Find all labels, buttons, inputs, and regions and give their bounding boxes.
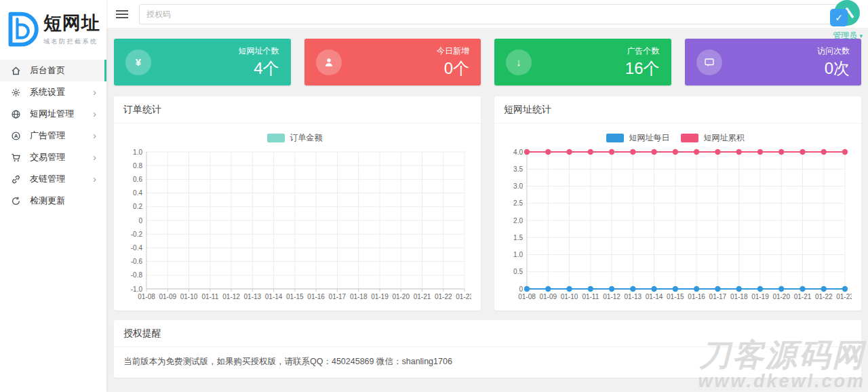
- legend-swatch[interactable]: [267, 134, 285, 142]
- auth-code-input[interactable]: [139, 4, 852, 24]
- logo-d-icon: [5, 11, 39, 49]
- shorturl-stats-panel: 短网址统计 短网址每日短网址累积 01-0801-0901-1001-1101-…: [494, 96, 861, 311]
- menu-toggle-icon[interactable]: [116, 8, 130, 20]
- user-menu[interactable]: ✓ 管理员 ▾: [825, 0, 864, 41]
- svg-text:01-10: 01-10: [180, 293, 198, 300]
- legend-label[interactable]: 订单金额: [290, 132, 323, 144]
- svg-text:01-12: 01-12: [222, 293, 240, 300]
- svg-text:1.0: 1.0: [133, 149, 142, 156]
- logo-subtitle: 域名防拦截系统: [43, 37, 100, 46]
- svg-text:01-22: 01-22: [435, 293, 452, 300]
- user-name: 管理员: [833, 31, 857, 40]
- sidebar: 短网址 域名防拦截系统 后台首页系统设置›短网址管理›A广告管理›交易管理›友链…: [0, 0, 106, 392]
- refresh-icon: [11, 196, 21, 206]
- svg-text:3.5: 3.5: [513, 165, 523, 173]
- svg-text:01-17: 01-17: [709, 293, 727, 300]
- svg-text:-0.2: -0.2: [131, 231, 143, 238]
- ad-icon: A: [11, 131, 21, 141]
- svg-text:01-11: 01-11: [201, 293, 218, 300]
- svg-text:01-23: 01-23: [456, 293, 471, 300]
- stat-card-today-new: 今日新增0个: [304, 39, 481, 85]
- svg-text:01-21: 01-21: [414, 293, 431, 300]
- logo-text: 短网址 域名防拦截系统: [43, 14, 100, 46]
- home-icon: [11, 66, 21, 76]
- legend-swatch[interactable]: [681, 134, 698, 142]
- order-stats-title: 订单统计: [114, 96, 481, 123]
- svg-text:01-14: 01-14: [646, 293, 663, 300]
- check-badge-icon: ✓: [830, 9, 848, 26]
- svg-text:01-13: 01-13: [244, 293, 262, 300]
- legend-label[interactable]: 短网址累积: [704, 132, 745, 144]
- license-text: 当前版本为免费测试版，如果购买授权版，请联系QQ：450245869 微信：sh…: [114, 347, 861, 378]
- sidebar-menu: 后台首页系统设置›短网址管理›A广告管理›交易管理›友链管理›检测更新: [0, 60, 106, 212]
- svg-text:01-19: 01-19: [371, 293, 389, 300]
- sidebar-item-ads[interactable]: A广告管理›: [0, 125, 106, 146]
- sidebar-item-label: 广告管理: [30, 130, 84, 142]
- stat-card-label: 短网址个数: [239, 45, 279, 57]
- svg-text:01-10: 01-10: [561, 293, 578, 300]
- svg-text:3.0: 3.0: [513, 182, 523, 190]
- chevron-right-icon: ›: [93, 131, 96, 140]
- svg-text:01-15: 01-15: [286, 293, 304, 300]
- stat-card-visit-count: 访问次数0次: [685, 39, 862, 85]
- sidebar-item-friendlink[interactable]: 友链管理›: [0, 168, 106, 190]
- stat-card-ad-count: ↓广告个数16个: [494, 39, 671, 85]
- svg-text:0: 0: [519, 286, 523, 293]
- sidebar-item-label: 短网址管理: [30, 108, 84, 120]
- svg-text:01-22: 01-22: [815, 293, 833, 300]
- svg-text:0: 0: [138, 217, 142, 224]
- legend-swatch[interactable]: [606, 134, 624, 142]
- svg-text:1.5: 1.5: [513, 234, 523, 241]
- svg-text:1.0: 1.0: [513, 251, 523, 258]
- svg-text:-0.8: -0.8: [131, 271, 143, 279]
- stat-cards-row: ¥短网址个数4个今日新增0个↓广告个数16个访问次数0次: [114, 39, 861, 85]
- topbar: ✓ 管理员 ▾: [106, 0, 868, 28]
- license-title: 授权提醒: [114, 320, 861, 347]
- svg-text:0.8: 0.8: [133, 162, 142, 170]
- user-dropdown[interactable]: 管理员 ▾: [833, 30, 863, 41]
- sidebar-item-shorturl[interactable]: 短网址管理›: [0, 103, 106, 125]
- arrow-down-icon: ↓: [506, 50, 532, 75]
- globe-icon: [11, 109, 21, 119]
- svg-text:01-18: 01-18: [730, 293, 748, 300]
- cart-icon: [11, 153, 21, 163]
- license-reminder-panel: 授权提醒 当前版本为免费测试版，如果购买授权版，请联系QQ：450245869 …: [114, 320, 861, 378]
- svg-text:-0.6: -0.6: [131, 258, 143, 265]
- svg-text:0.6: 0.6: [133, 176, 142, 183]
- svg-text:01-08: 01-08: [518, 293, 536, 300]
- svg-text:01-20: 01-20: [392, 293, 410, 300]
- sidebar-item-label: 后台首页: [30, 64, 96, 77]
- svg-text:01-09: 01-09: [159, 293, 176, 300]
- chevron-right-icon: ›: [93, 109, 96, 119]
- chat-icon: [696, 50, 722, 75]
- stat-card-label: 广告个数: [625, 45, 660, 57]
- sidebar-item-update[interactable]: 检测更新: [0, 190, 106, 212]
- svg-text:A: A: [14, 133, 18, 139]
- svg-text:01-12: 01-12: [603, 293, 620, 300]
- logo-title: 短网址: [43, 14, 100, 34]
- stat-card-label: 访问次数: [817, 45, 850, 57]
- charts-row: 订单统计 订单金额 01-0801-0901-1001-1101-1201-13…: [114, 96, 861, 311]
- svg-text:01-21: 01-21: [794, 293, 812, 300]
- legend-label[interactable]: 短网址每日: [629, 132, 670, 144]
- sidebar-item-trade[interactable]: 交易管理›: [0, 146, 106, 168]
- chevron-right-icon: ›: [93, 87, 96, 97]
- svg-text:01-18: 01-18: [350, 293, 368, 300]
- sidebar-item-settings[interactable]: 系统设置›: [0, 81, 106, 103]
- svg-text:01-19: 01-19: [751, 293, 769, 300]
- svg-text:01-16: 01-16: [688, 293, 705, 300]
- svg-text:01-11: 01-11: [582, 293, 599, 300]
- stat-card-value: 0次: [817, 58, 850, 79]
- svg-text:2.5: 2.5: [513, 199, 523, 207]
- sidebar-item-dashboard[interactable]: 后台首页: [0, 60, 106, 81]
- order-chart-legend: 订单金额: [123, 132, 471, 144]
- stat-card-value: 0个: [437, 58, 469, 79]
- svg-text:2.0: 2.0: [513, 217, 523, 224]
- svg-text:0.5: 0.5: [513, 268, 523, 275]
- shorturl-chart-legend: 短网址每日短网址累积: [504, 132, 852, 144]
- stat-card-value: 4个: [239, 58, 279, 79]
- svg-text:01-23: 01-23: [836, 293, 852, 300]
- sidebar-item-label: 检测更新: [30, 195, 96, 207]
- shorturl-stats-title: 短网址统计: [494, 96, 861, 123]
- svg-text:0.4: 0.4: [133, 189, 142, 197]
